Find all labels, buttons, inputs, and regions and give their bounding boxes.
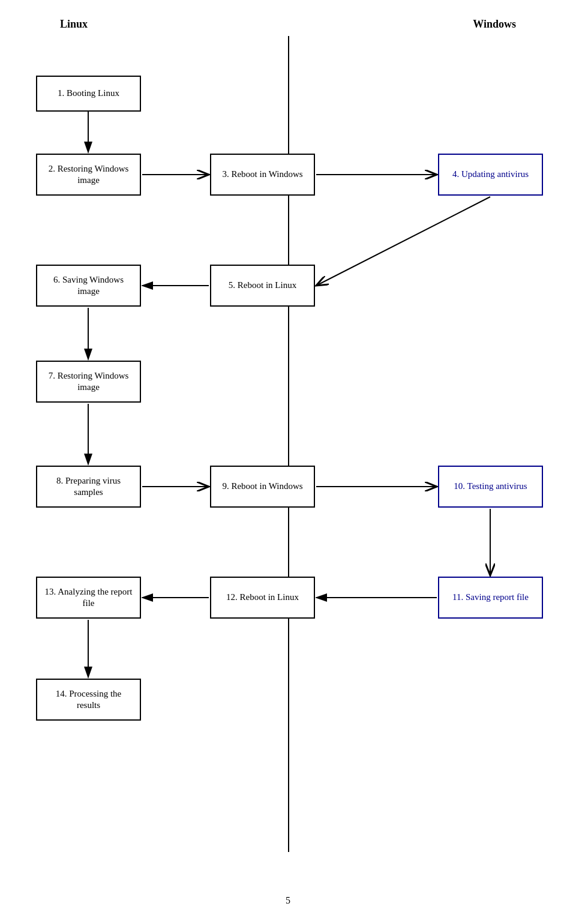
box-9: 9. Reboot in Windows [210, 466, 315, 508]
box-13: 13. Analyzing the report file [36, 577, 141, 619]
box-2: 2. Restoring Windows image [36, 154, 141, 196]
page-container: Linux Windows [0, 0, 576, 924]
col-headers: Linux Windows [24, 18, 552, 31]
page-number: 5 [286, 895, 290, 906]
box-12: 12. Reboot in Linux [210, 577, 315, 619]
box-1: 1. Booting Linux [36, 76, 141, 112]
box-8: 8. Preparing virus samples [36, 466, 141, 508]
linux-header: Linux [60, 18, 88, 31]
windows-header: Windows [473, 18, 516, 31]
box-14: 14. Processing the results [36, 679, 141, 721]
box-10: 10. Testing antivirus [438, 466, 543, 508]
box-4: 4. Updating antivirus [438, 154, 543, 196]
svg-line-4 [316, 197, 490, 286]
box-5: 5. Reboot in Linux [210, 265, 315, 307]
box-6: 6. Saving Windows image [36, 265, 141, 307]
box-7: 7. Restoring Windows image [36, 361, 141, 403]
box-11: 11. Saving report file [438, 577, 543, 619]
arrows-svg [24, 43, 552, 763]
flow-diagram: 1. Booting Linux 2. Restoring Windows im… [24, 43, 552, 763]
box-3: 3. Reboot in Windows [210, 154, 315, 196]
